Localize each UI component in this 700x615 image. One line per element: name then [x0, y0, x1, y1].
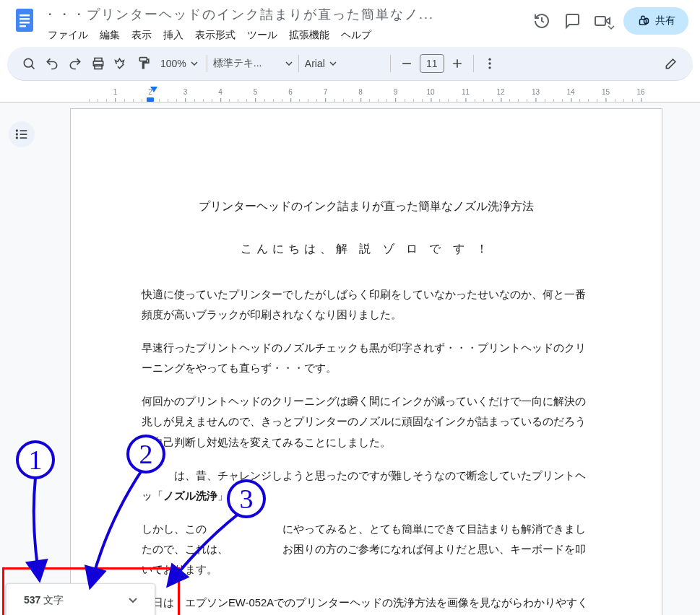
spellcheck-button[interactable]: [111, 52, 131, 75]
menu-ツール[interactable]: ツール: [243, 26, 282, 45]
annotation-arrow-2: [87, 471, 159, 588]
paragraph: 何回かのプリントヘッドのクリーニングは瞬く間にインクが減っていくだけで一向に解決…: [142, 391, 591, 452]
svg-point-7: [24, 58, 33, 67]
paragraph: 今日は エプソンEW-052Aでのプリンターヘッドの洗浄方法を画像を見ながらわか…: [142, 593, 591, 615]
menu-ファイル[interactable]: ファイル: [43, 26, 92, 45]
svg-rect-2: [20, 18, 30, 20]
print-button[interactable]: [88, 52, 108, 75]
svg-rect-16: [20, 130, 27, 131]
zoom-value: 100%: [160, 58, 186, 69]
docs-logo-icon[interactable]: [12, 7, 38, 33]
search-button[interactable]: [19, 52, 39, 75]
svg-rect-18: [20, 134, 27, 135]
paragraph: 早速行ったプリントヘッドのノズルチェックも黒が印字されず・・・プリントヘッドのク…: [142, 338, 591, 378]
character-count-text: 537 文字: [24, 594, 64, 607]
paragraph-style-select[interactable]: 標準テキ...: [213, 57, 293, 70]
svg-rect-20: [20, 137, 27, 139]
svg-rect-0: [16, 9, 33, 32]
svg-point-19: [16, 136, 18, 139]
share-button-label: 共有: [655, 14, 675, 27]
svg-rect-11: [139, 58, 147, 61]
paragraph: 快適に使っていたプリンターでしたがしばらく印刷をしていなかったせいなのか、何と一…: [142, 284, 591, 325]
svg-rect-5: [595, 17, 605, 25]
decrease-font-button[interactable]: [397, 52, 417, 75]
left-indent-marker[interactable]: [147, 97, 154, 102]
menu-表示[interactable]: 表示: [127, 26, 156, 45]
annotation-circle-1: 1: [16, 440, 55, 479]
menu-編集[interactable]: 編集: [95, 26, 124, 45]
menu-挿入[interactable]: 挿入: [159, 26, 188, 45]
page-subtitle: こんにちは、解 説 ゾ ロ で す ！: [142, 238, 591, 259]
more-formatting-button[interactable]: [480, 52, 500, 75]
format-paint-button[interactable]: [134, 52, 155, 75]
chevron-down-icon[interactable]: [129, 598, 137, 603]
document-title[interactable]: ・・・プリンターヘッドのインク詰まりが直った簡単なノ...: [43, 4, 521, 25]
toolbar: 100% 標準テキ... Arial 11: [7, 46, 693, 81]
ruler[interactable]: 12345678910111213141516: [0, 85, 700, 102]
document-page[interactable]: プリンターヘッドのインク詰まりが直った簡単なノズル洗浄方法 こんにちは、解 説 …: [70, 108, 662, 615]
share-button[interactable]: 共有: [623, 7, 688, 35]
annotation-arrow-1: [25, 478, 54, 581]
zoom-select[interactable]: 100%: [157, 58, 201, 69]
svg-point-13: [488, 62, 491, 64]
svg-point-15: [16, 129, 18, 131]
svg-rect-4: [20, 25, 26, 27]
history-icon[interactable]: [532, 12, 551, 30]
svg-point-17: [16, 133, 18, 135]
paragraph: は、昔、チャレンジしようと思ったのですが難しそうなので断念していたプリントヘッ「…: [142, 466, 591, 506]
svg-rect-1: [20, 14, 30, 17]
menubar: ファイル編集表示挿入表示形式ツール拡張機能ヘルプ: [43, 26, 521, 45]
font-select[interactable]: Arial: [305, 58, 384, 69]
svg-point-12: [488, 58, 491, 61]
style-value: 標準テキ...: [213, 57, 281, 70]
svg-rect-3: [20, 22, 30, 24]
font-size-input[interactable]: 11: [420, 54, 444, 73]
annotation-arrow-3: [166, 514, 253, 588]
menu-ヘルプ[interactable]: ヘルプ: [337, 26, 376, 45]
annotation-circle-2: 2: [126, 435, 165, 474]
first-line-indent-marker[interactable]: [150, 87, 157, 92]
font-value: Arial: [305, 58, 325, 69]
comments-icon[interactable]: [563, 12, 582, 30]
edit-mode-button[interactable]: [661, 52, 681, 75]
increase-font-button[interactable]: [447, 52, 467, 75]
redo-button[interactable]: [65, 52, 85, 75]
annotation-circle-3: 3: [227, 479, 266, 518]
menu-拡張機能[interactable]: 拡張機能: [285, 26, 334, 45]
undo-button[interactable]: [42, 52, 62, 75]
svg-point-14: [488, 66, 491, 69]
meet-icon[interactable]: [593, 12, 612, 30]
page-title: プリンターヘッドのインク詰まりが直った簡単なノズル洗浄方法: [142, 196, 591, 217]
menu-表示形式[interactable]: 表示形式: [191, 26, 240, 45]
outline-toggle-button[interactable]: [9, 121, 35, 147]
